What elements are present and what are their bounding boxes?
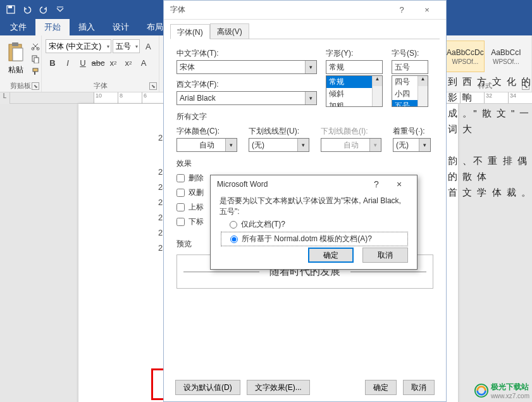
- text-effects-button[interactable]: 文字效果(E)...: [247, 380, 310, 395]
- confirm-titlebar[interactable]: Microsoft Word ? ×: [211, 175, 417, 193]
- font-dialog-titlebar[interactable]: 字体 ? ×: [164, 1, 446, 20]
- style-preview: AaBbCcDc: [447, 48, 484, 57]
- font-group-label: 字体: [42, 81, 159, 91]
- undo-icon[interactable]: [19, 1, 35, 18]
- font-name-value: 宋体 (中文正文): [49, 41, 101, 52]
- font-size-value: 五号: [395, 62, 410, 73]
- close-icon[interactable]: ×: [388, 179, 411, 189]
- paste-button[interactable]: 粘贴: [4, 41, 28, 77]
- label-font-color: 字体颜色(C):: [176, 126, 237, 137]
- font-size-input[interactable]: 五号: [392, 60, 428, 74]
- subscript-button[interactable]: x2: [106, 56, 120, 70]
- save-icon[interactable]: [3, 1, 19, 18]
- group-font: 宋体 (中文正文)▾ 五号▾ A B I U abc x2 x2 A 字体 ⬊: [42, 35, 159, 92]
- italic-button[interactable]: I: [61, 56, 75, 70]
- paste-icon: [6, 42, 25, 63]
- chevron-down-icon: ▾: [305, 61, 316, 73]
- text-line-blank: [448, 137, 532, 153]
- ok-button[interactable]: 确定: [365, 380, 397, 395]
- western-font-value: Arial Black: [180, 94, 216, 103]
- style-item-2[interactable]: AaBbCcI WPSOf...: [488, 41, 524, 72]
- text-effects-button[interactable]: A: [137, 56, 151, 70]
- group-clipboard: 粘贴 剪贴板 ⬊: [0, 35, 42, 92]
- underline-style-select[interactable]: (无)▾: [249, 138, 309, 152]
- chinese-font-select[interactable]: 宋体 ▾: [176, 60, 317, 74]
- font-dialog-title: 字体: [170, 4, 185, 15]
- paste-label: 粘贴: [8, 65, 23, 75]
- label-western-font: 西文字体(F):: [176, 79, 317, 90]
- label-chinese-font: 中文字体(T):: [176, 48, 317, 59]
- ruler-tick: 8: [118, 92, 142, 103]
- font-size-value: 五号: [116, 41, 131, 52]
- font-name-combo[interactable]: 宋体 (中文正文)▾: [46, 39, 111, 53]
- underline-color-select: 自动▾: [321, 138, 381, 152]
- underline-button[interactable]: U: [76, 56, 90, 70]
- close-button[interactable]: ×: [414, 5, 440, 15]
- text-line: 成 。" 散 文 " 一 词 大: [448, 105, 532, 137]
- tab-file[interactable]: 文件: [1, 19, 35, 35]
- font-size-listbox[interactable]: 四号 小四 五号 ▲: [392, 75, 428, 107]
- svg-rect-9: [33, 68, 38, 72]
- tab-home[interactable]: 开始: [35, 19, 70, 35]
- chevron-down-icon: ▾: [297, 139, 309, 151]
- scrollbar[interactable]: ▲: [372, 76, 382, 106]
- chevron-down-icon: ▾: [369, 139, 381, 151]
- text-line: 首 文 学 体 裁 。: [448, 184, 532, 200]
- copy-icon[interactable]: [29, 53, 42, 65]
- document-text[interactable]: 到 西 方 文 化 的 影 响 成 。" 散 文 " 一 词 大 韵 、不 重 …: [448, 73, 532, 200]
- radio-this-document[interactable]: 仅此文档(T)?: [220, 217, 408, 232]
- format-painter-icon[interactable]: [29, 66, 42, 77]
- svg-rect-8: [34, 58, 39, 63]
- font-style-listbox[interactable]: 常规 倾斜 加粗 ▲: [326, 75, 383, 107]
- dialog-tab-advanced[interactable]: 高级(V): [210, 23, 249, 39]
- ruler-corner[interactable]: L: [0, 92, 10, 104]
- qat-customize-icon[interactable]: [52, 1, 68, 18]
- confirm-dialog: Microsoft Word ? × 是否要为以下文本将默认字体设置为"宋体, …: [210, 175, 418, 270]
- set-default-button[interactable]: 设为默认值(D): [175, 380, 240, 395]
- label-underline-style: 下划线线型(U):: [249, 126, 309, 137]
- svg-rect-3: [12, 42, 18, 46]
- bold-button[interactable]: B: [46, 56, 59, 70]
- ruler-tick: 10: [94, 92, 118, 103]
- chevron-down-icon: ▾: [225, 139, 237, 151]
- font-color-select[interactable]: 自动▾: [176, 138, 237, 152]
- superscript-button[interactable]: x2: [121, 56, 135, 70]
- confirm-ok-button[interactable]: 确定: [308, 248, 354, 263]
- redo-icon[interactable]: [35, 1, 52, 18]
- style-name: WPSOf...: [493, 58, 519, 65]
- scrollbar[interactable]: ▲: [418, 76, 428, 106]
- chinese-font-value: 宋体: [180, 62, 195, 73]
- chevron-down-icon: ▾: [305, 92, 316, 104]
- label-font-size: 字号(S):: [392, 48, 428, 59]
- label-font-style: 字形(Y):: [326, 48, 383, 59]
- style-name: WPSOf...: [452, 58, 479, 65]
- watermark-logo-icon: [474, 384, 488, 398]
- cancel-button[interactable]: 取消: [403, 380, 435, 395]
- emphasis-select[interactable]: (无)▾: [393, 138, 431, 152]
- style-item-1[interactable]: AaBbCcDc WPSOf...: [446, 41, 485, 72]
- western-font-select[interactable]: Arial Black ▾: [176, 91, 317, 105]
- strike-button[interactable]: abc: [91, 56, 105, 70]
- cut-icon[interactable]: [29, 41, 42, 52]
- tab-design[interactable]: 设计: [104, 19, 138, 35]
- text-line: 到 西 方 文 化 的 影 响: [448, 73, 532, 105]
- grow-font-icon[interactable]: A: [141, 39, 155, 53]
- watermark-url: www.xz7.com: [491, 393, 529, 399]
- font-size-combo[interactable]: 五号▾: [113, 39, 140, 53]
- label-all-text: 所有文字: [176, 111, 433, 122]
- clipboard-dialog-launcher[interactable]: ⬊: [32, 82, 39, 90]
- label-emphasis: 着重号(·):: [393, 126, 431, 137]
- help-button[interactable]: ?: [365, 179, 388, 189]
- font-dialog-launcher[interactable]: ⬊: [149, 82, 157, 90]
- font-style-input[interactable]: 常规: [326, 60, 383, 74]
- confirm-cancel-button[interactable]: 取消: [362, 248, 408, 263]
- dialog-tab-font[interactable]: 字体(N): [170, 24, 210, 39]
- svg-rect-4: [13, 48, 23, 61]
- radio-all-documents[interactable]: 所有基于 Normal.dotm 模板的文档(A)?: [221, 232, 408, 246]
- help-button[interactable]: ?: [389, 5, 414, 15]
- confirm-question: 是否要为以下文本将默认字体设置为"宋体, Arial Black, 五号":: [220, 196, 408, 217]
- label-effects: 效果: [176, 158, 433, 169]
- label-underline-color: 下划线颜色(I):: [321, 126, 381, 137]
- watermark-name: 极光下载站: [491, 382, 529, 391]
- tab-insert[interactable]: 插入: [70, 19, 104, 35]
